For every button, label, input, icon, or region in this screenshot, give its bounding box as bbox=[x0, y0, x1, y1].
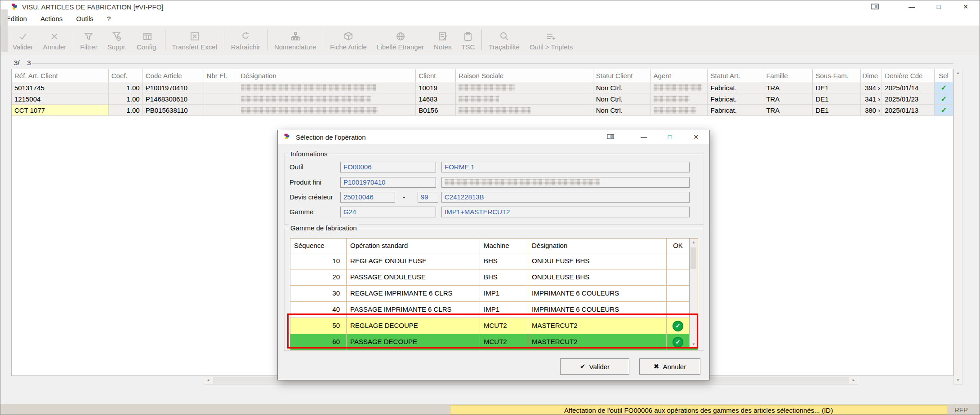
toolbar-button-config[interactable]: Config. bbox=[132, 26, 163, 54]
toolbar-button-rafraichir[interactable]: Rafraîchir bbox=[226, 26, 265, 54]
status-right-label: RFP bbox=[954, 406, 968, 414]
gamme-fabrication-group-label: Gamme de fabrication bbox=[289, 224, 359, 232]
cell-seq: 20 bbox=[290, 269, 347, 285]
scroll-up-icon[interactable]: ▲ bbox=[954, 69, 962, 77]
col-coef[interactable]: Coef. bbox=[109, 69, 143, 82]
vertical-scroll-thumb[interactable] bbox=[1, 9, 8, 52]
scroll-down-icon[interactable]: ▼ bbox=[690, 340, 698, 349]
operations-scroll-thumb[interactable] bbox=[690, 247, 696, 269]
toolbar-button-nomenclature[interactable]: Nomenclature bbox=[269, 26, 321, 54]
outil-code-field[interactable]: FO00006 bbox=[340, 162, 436, 172]
table-row-3[interactable]: CCT 1077 1.00 PB015638110 B0156 Non Ctrl… bbox=[12, 105, 953, 116]
outil-name-field[interactable]: FORME 1 bbox=[441, 162, 690, 172]
toolbar-button-valider[interactable]: Valider bbox=[8, 26, 38, 54]
cell-designation bbox=[238, 105, 416, 115]
cell-ref: CCT 1077 bbox=[12, 105, 109, 115]
excel-icon bbox=[190, 31, 200, 42]
col-statut-client[interactable]: Statut Client bbox=[593, 69, 651, 82]
col-sequence[interactable]: Séquence bbox=[290, 238, 347, 253]
dialog-minimize-button[interactable]: — bbox=[635, 130, 653, 144]
toolbar-button-filtrer[interactable]: Filtrer bbox=[75, 26, 102, 54]
scroll-left-icon[interactable]: ◄ bbox=[204, 376, 212, 384]
dialog-maximize-button[interactable]: □ bbox=[661, 130, 679, 144]
scroll-up-icon[interactable]: ▲ bbox=[690, 238, 698, 247]
devis-index-field[interactable]: 99 bbox=[418, 192, 438, 203]
toolbar-button-libelle-etranger[interactable]: Libellé Etranger bbox=[372, 26, 429, 54]
cell-seq: 50 bbox=[290, 318, 347, 334]
toolbar-button-outil-triplets[interactable]: Outil > Triplets bbox=[525, 26, 578, 54]
outil-label: Outil bbox=[290, 162, 303, 172]
cell-machine: IMP1 bbox=[480, 302, 528, 318]
cell-designation: ONDULEUSE BHS bbox=[528, 269, 667, 285]
vertical-scrollbar[interactable]: ▲ ▼ bbox=[953, 69, 962, 385]
toolbar-button-tracabilite[interactable]: Traçabilité bbox=[484, 26, 525, 54]
operation-row-10[interactable]: 10 REGLAGE ONDULEUSE BHS ONDULEUSE BHS bbox=[290, 253, 698, 269]
toolbar-button-notes[interactable]: Notes bbox=[429, 26, 456, 54]
col-designation[interactable]: Désignation bbox=[238, 69, 416, 82]
devis-separator: - bbox=[403, 192, 405, 203]
produit-code-field[interactable]: P1001970410 bbox=[340, 177, 436, 188]
cell-raison-sociale bbox=[456, 93, 593, 104]
close-button[interactable]: ✕ bbox=[955, 0, 976, 13]
col-sous-fam[interactable]: Sous-Fam. bbox=[813, 69, 861, 82]
devis-num-field[interactable]: 25010046 bbox=[340, 192, 395, 203]
produit-name-field[interactable] bbox=[441, 177, 690, 188]
cell-sel: ✓ bbox=[935, 93, 953, 104]
col-ref-art-client[interactable]: Réf. Art. Client bbox=[12, 69, 109, 82]
col-famille[interactable]: Famille bbox=[763, 69, 813, 82]
col-client[interactable]: Client bbox=[416, 69, 456, 82]
toolbar-button-fiche-article[interactable]: Fiche Article bbox=[325, 26, 372, 54]
dialog-close-button[interactable]: ✕ bbox=[687, 130, 705, 144]
col-machine[interactable]: Machine bbox=[480, 238, 528, 253]
monitor-icon[interactable] bbox=[601, 134, 619, 147]
cell-statut-art: Fabricat. bbox=[708, 93, 763, 104]
col-sel[interactable]: Sel bbox=[935, 69, 953, 82]
cell-statut-client: Non Ctrl. bbox=[593, 82, 651, 93]
operation-row-50-highlighted[interactable]: 50 REGLAGE DECOUPE MCUT2 MASTERCUT2 ✓ bbox=[290, 318, 698, 334]
table-row-2[interactable]: 1215004 1.00 P1468300610 14683 Non Ctrl.… bbox=[12, 93, 953, 105]
menu-outils[interactable]: Outils bbox=[70, 13, 99, 24]
scroll-down-icon[interactable]: ▼ bbox=[954, 376, 962, 384]
operation-row-40[interactable]: 40 PASSAGE IMPRIMANTE 6 CLRS IMP1 IMPRIM… bbox=[290, 302, 698, 318]
cross-icon bbox=[49, 31, 59, 42]
col-dime[interactable]: Dime bbox=[861, 69, 882, 82]
toolbar-button-tsc[interactable]: TSC bbox=[456, 26, 480, 54]
col-designation[interactable]: Désignation bbox=[528, 238, 667, 253]
operation-row-60-highlighted[interactable]: 60 PASSAGE DECOUPE MCUT2 MASTERCUT2 ✓ bbox=[290, 334, 698, 350]
menu-help[interactable]: ? bbox=[101, 13, 116, 24]
annuler-button[interactable]: ✖ Annuler bbox=[639, 358, 700, 375]
col-derniere-cde[interactable]: Denière Cde bbox=[882, 69, 935, 82]
gamme-name-field[interactable]: IMP1+MASTERCUT2 bbox=[441, 207, 690, 217]
col-ok[interactable]: OK bbox=[667, 238, 689, 253]
scroll-right-icon[interactable]: ► bbox=[850, 376, 858, 384]
toolbar-separator bbox=[481, 30, 482, 50]
toolbar-button-suppr[interactable]: Suppr. bbox=[102, 26, 132, 54]
toolbar-button-annuler[interactable]: Annuler bbox=[38, 26, 71, 54]
cell-dime: 394 › bbox=[861, 82, 882, 93]
gamme-code-field[interactable]: G24 bbox=[340, 207, 436, 217]
valider-button[interactable]: ✔ Valider bbox=[560, 358, 629, 375]
table-row-1[interactable]: 50131745 1.00 P1001970410 10019 Non Ctrl… bbox=[12, 82, 953, 93]
cell-designation: ONDULEUSE BHS bbox=[528, 253, 667, 269]
devis-ref-field[interactable]: C24122813B bbox=[441, 192, 690, 203]
minimize-button[interactable]: — bbox=[901, 0, 922, 13]
informations-group-label: Informations bbox=[289, 150, 330, 158]
toolbar-separator bbox=[165, 30, 165, 50]
cell-designation: IMPRIMANTE 6 COULEURS bbox=[528, 286, 667, 301]
operation-row-30[interactable]: 30 REGLAGE IMPRIMANTE 6 CLRS IMP1 IMPRIM… bbox=[290, 286, 698, 302]
operation-row-20[interactable]: 20 PASSAGE ONDULEUSE BHS ONDULEUSE BHS bbox=[290, 269, 698, 286]
maximize-button[interactable]: □ bbox=[928, 0, 949, 13]
col-raison-sociale[interactable]: Raison Sociale bbox=[456, 69, 593, 82]
operations-scrollbar[interactable]: ▲ ▼ bbox=[689, 238, 698, 349]
cell-machine: MCUT2 bbox=[480, 334, 528, 350]
cell-sel: ✓ bbox=[935, 82, 953, 93]
toolbar-button-transfert-excel[interactable]: Transfert Excel bbox=[167, 26, 222, 54]
col-code-article[interactable]: Code Article bbox=[143, 69, 204, 82]
col-operation-standard[interactable]: Opération standard bbox=[347, 238, 480, 253]
list-plus-icon bbox=[546, 31, 557, 42]
menu-actions[interactable]: Actions bbox=[35, 13, 68, 24]
col-statut-art[interactable]: Statut Art. bbox=[708, 69, 763, 82]
cell-statut-client: Non Ctrl. bbox=[593, 105, 651, 115]
col-agent[interactable]: Agent bbox=[651, 69, 708, 82]
col-nbr-el[interactable]: Nbr El. bbox=[204, 69, 238, 82]
